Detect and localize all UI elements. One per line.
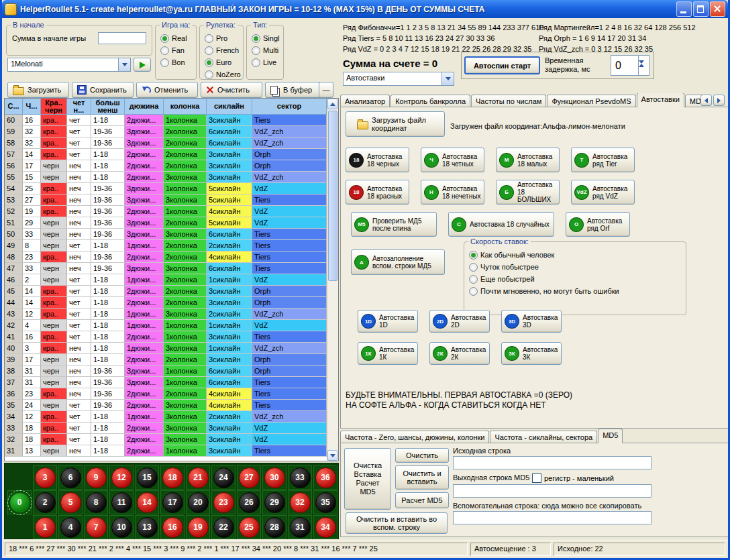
table-row[interactable]: 3318кра..чет1-182дюжи...3колонка3сиклайн… (5, 423, 338, 434)
autobet-button[interactable]: 3КАвтоставка 3К (501, 342, 562, 365)
board-cell-8[interactable]: 8 (84, 490, 108, 514)
table-row[interactable]: 424чернчет1-181дюжи...1колонка1сиклайнVd… (5, 320, 338, 331)
board-cell-11[interactable]: 11 (109, 490, 134, 514)
table-row[interactable]: 5714кра..чет1-182дюжи...2колонка3сиклайн… (5, 149, 338, 160)
table-row[interactable]: 3917черннеч1-182дюжи...2колонка3сиклайнO… (5, 354, 338, 366)
autobet-button[interactable]: МАвтоставка 18 малых (496, 148, 560, 172)
table-row[interactable]: 3218кра..чет1-182дюжи...3колонка3сиклайн… (5, 434, 338, 445)
board-cell-6[interactable]: 6 (58, 465, 83, 490)
md5-output-input[interactable] (453, 484, 651, 498)
table-row[interactable]: 5515черннеч1-182дюжи...3колонка3сиклайнV… (5, 172, 338, 183)
table-row[interactable]: 5033черннеч19-363дюжи...3колонка6сиклайн… (5, 229, 338, 240)
radio-Live[interactable]: Live (252, 56, 282, 68)
column-header[interactable]: дюжина (125, 99, 164, 115)
table-row[interactable]: 3524чернчет19-362дюжи...3колонка4сиклайн… (5, 400, 338, 411)
checkbox-icon[interactable] (532, 473, 541, 483)
autobet-button[interactable]: 2DАвтоставка 2D (429, 310, 490, 333)
column-header[interactable]: Кра..черн (41, 99, 67, 115)
board-cell-16[interactable]: 16 (160, 515, 185, 539)
profile-select[interactable]: 1Melonati (7, 58, 131, 72)
table-row[interactable]: 6016кра..чет1-182дюжи...1колонка3сиклайн… (5, 115, 338, 126)
table-row[interactable]: 403кра..неч1-181дюжи...3колонка1сиклайнV… (5, 343, 338, 354)
board-cell-25[interactable]: 25 (237, 515, 261, 539)
board-cell-32[interactable]: 32 (288, 490, 312, 514)
board-cell-15[interactable]: 15 (135, 465, 159, 490)
radio-Singl[interactable]: Singl (252, 32, 282, 44)
board-cell-14[interactable]: 14 (135, 490, 159, 514)
chevron-down-icon[interactable] (118, 58, 130, 71)
autobet-button[interactable]: 18Автоставка 18 черных (346, 148, 409, 172)
board-cell-2[interactable]: 2 (33, 490, 57, 514)
tab-Частоты по числам[interactable]: Частоты по числам (471, 95, 546, 107)
scroll-thumb[interactable] (328, 111, 337, 281)
chevron-down-icon[interactable] (441, 72, 454, 85)
column-header[interactable]: сиклайн (207, 99, 252, 115)
autobet-button[interactable]: 3DАвтоставка 3D (501, 310, 562, 333)
board-cell-18[interactable]: 18 (160, 465, 185, 490)
board-cell-0[interactable]: 0 (7, 490, 32, 514)
board-cell-7[interactable]: 7 (84, 515, 108, 539)
tab-Частота - сиклайны, сектора[interactable]: Частота - сиклайны, сектора (490, 431, 597, 443)
md5-autofill-button[interactable]: А Автозаполнение вспом. строки МД5 (351, 249, 445, 275)
board-cell-20[interactable]: 20 (186, 490, 210, 514)
scroll-down-icon[interactable] (327, 450, 337, 461)
source-string-input[interactable] (453, 456, 651, 469)
radio-Почти мгновенно, но могут быть ошибки[interactable]: Почти мгновенно, но могут быть ошибки (469, 285, 684, 297)
maximize-button[interactable] (693, 1, 709, 17)
md5-clear-button[interactable]: Очистить (395, 448, 449, 463)
board-cell-27[interactable]: 27 (237, 465, 261, 490)
radio-French[interactable]: French (205, 44, 242, 56)
delay-stepper[interactable]: 0 (611, 55, 649, 76)
table-row[interactable]: 5617черннеч1-182дюжи...2колонка3сиклайнO… (5, 160, 338, 172)
autobets-select[interactable]: Автоставки (343, 72, 454, 86)
column-header[interactable]: С... (5, 99, 23, 115)
table-row[interactable]: 4733черннеч19-363дюжи...3колонка6сиклайн… (5, 263, 338, 274)
board-cell-23[interactable]: 23 (211, 490, 236, 514)
tab-scroll-left-icon[interactable] (700, 95, 712, 106)
undo-button[interactable]: Отменить (136, 82, 198, 98)
table-row[interactable]: 5129черннеч19-363дюжи...2колонка5сиклайн… (5, 217, 338, 229)
column-header[interactable]: Ч... (23, 99, 41, 115)
md5-calc-button[interactable]: Расчет MD5 (395, 492, 449, 508)
radio-Pro[interactable]: Pro (205, 32, 242, 44)
board-cell-9[interactable]: 9 (84, 465, 108, 490)
close-button[interactable] (710, 1, 725, 17)
tab-scroll-right-icon[interactable] (713, 95, 725, 106)
board-cell-30[interactable]: 30 (262, 465, 286, 490)
table-row[interactable]: 5425кра..неч19-363дюжи...1колонка5сиклай… (5, 183, 338, 194)
save-button[interactable]: Сохранить (72, 82, 134, 98)
md5-clear-paste-button[interactable]: Очистить и вставить (395, 465, 449, 490)
table-row[interactable]: 498чернчет1-181дюжи...2колонка2сиклайнTi… (5, 240, 338, 251)
autobet-button[interactable]: САвтоставка 18 случайных (448, 212, 554, 237)
column-header[interactable]: большменш (91, 99, 125, 115)
table-row[interactable]: 4414кра..чет1-182дюжи...2колонка3сиклайн… (5, 297, 338, 309)
board-cell-10[interactable]: 10 (109, 515, 134, 539)
copy-to-buffer-button[interactable]: В буфер (265, 82, 327, 98)
table-row[interactable]: 4514кра..чет1-182дюжи...2колонка3сиклайн… (5, 286, 338, 297)
tab-Контроль банкролла[interactable]: Контроль банкролла (390, 95, 470, 107)
autobet-button[interactable]: 18Автоставка 18 красных (346, 180, 409, 205)
board-cell-13[interactable]: 13 (135, 515, 159, 539)
tab-Автоставки[interactable]: Автоставки (637, 93, 684, 107)
dash-button[interactable]: — (319, 82, 333, 98)
table-row[interactable]: 5832кра..чет19-363дюжи...2колонка6сиклай… (5, 137, 338, 149)
scroll-up-icon[interactable] (327, 99, 337, 109)
autobet-button[interactable]: ЧАвтоставка 18 четных (421, 148, 484, 172)
table-row[interactable]: 4312кра..чет1-181дюжи...3колонка2сиклайн… (5, 309, 338, 320)
board-cell-34[interactable]: 34 (313, 515, 337, 539)
autospin-start-button[interactable]: Автоспин старт (464, 56, 540, 74)
autobet-button[interactable]: М5Проверить МД5 после спина (351, 212, 437, 237)
radio-NoZero[interactable]: NoZero (205, 68, 242, 80)
table-row[interactable]: 5327кра..неч19-363дюжи...3колонка5сиклай… (5, 194, 338, 206)
radio-Еще побыстрей[interactable]: Еще побыстрей (469, 273, 684, 285)
table-row[interactable]: 3731черннеч19-363дюжи...1колонка6сиклайн… (5, 377, 338, 388)
column-header[interactable]: четн... (67, 99, 91, 115)
autobet-button[interactable]: 1КАвтоставка 1К (358, 342, 418, 365)
tab-Функционал PsevdoMS[interactable]: Функционал PsevdoMS (547, 95, 635, 107)
board-cell-12[interactable]: 12 (109, 465, 134, 490)
tab-MD5[interactable]: MD5 (598, 429, 623, 443)
table-row[interactable]: 3412кра..чет1-181дюжи...3колонка2сиклайн… (5, 411, 338, 423)
start-sum-input[interactable] (98, 32, 146, 44)
tab-Частота - Zero, шансы, дюжины, колонки[interactable]: Частота - Zero, шансы, дюжины, колонки (340, 431, 489, 443)
autobet-button[interactable]: НАвтоставка 18 нечетных (421, 180, 484, 205)
